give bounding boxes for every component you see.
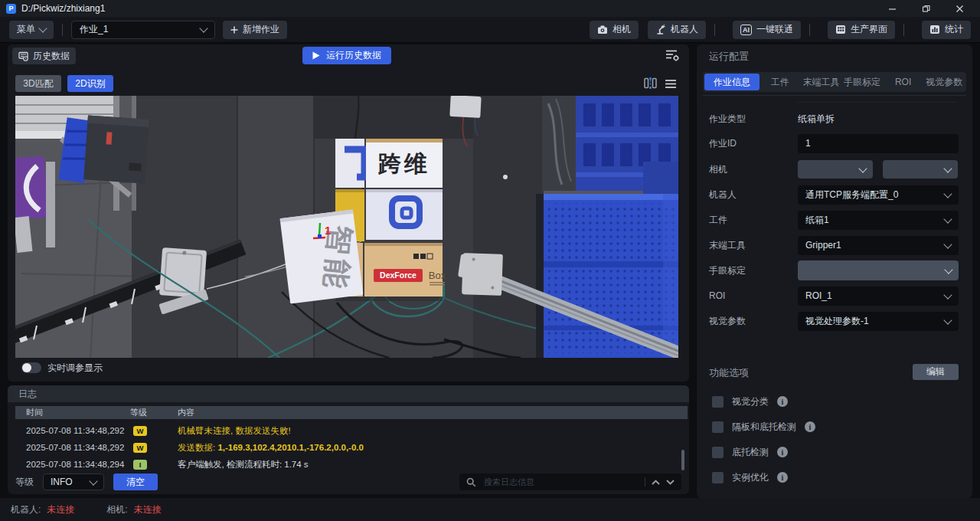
toolbar-right-group: 相机 机器人 AI 一键联通 生产界面 — [580, 21, 971, 39]
checkbox[interactable] — [712, 421, 724, 433]
field-hand-eye: 手眼标定 — [709, 260, 959, 280]
chevron-down-icon — [943, 316, 952, 324]
tab-2d-recognition[interactable]: 2D识别 — [67, 75, 113, 92]
log-content: 客户端触发, 检测流程耗时: 1.74 s — [178, 459, 309, 470]
chevron-down-icon — [89, 477, 97, 485]
chevron-down-icon — [38, 24, 47, 32]
toolbar-divider — [903, 24, 904, 36]
maximize-button[interactable] — [920, 3, 931, 14]
production-ui-button[interactable]: 生产界面 — [828, 21, 895, 39]
title-bar: P D:/Pickwiz/zhixiang1 — [0, 0, 980, 17]
option-visual-classification: 视觉分类 i — [712, 395, 788, 408]
option-pallet-detect: 底托检测 i — [712, 446, 788, 458]
job-type-value: 纸箱单拆 — [798, 113, 835, 126]
hamburger-menu-icon[interactable] — [665, 78, 677, 92]
robot-button[interactable]: 机器人 — [648, 21, 706, 39]
log-row[interactable]: 2025-07-08 11:34:48,292 W 机械臂未连接, 数据发送失败… — [15, 422, 681, 439]
hand-eye-select[interactable] — [798, 260, 959, 280]
log-time: 2025-07-08 11:34:48,292 — [15, 443, 130, 452]
info-icon[interactable]: i — [805, 421, 815, 432]
toolbar-divider — [62, 24, 63, 36]
job-select[interactable]: 作业_1 — [71, 21, 215, 39]
roi-select[interactable]: ROI_1 — [798, 287, 959, 306]
divider — [703, 95, 966, 96]
option-label: 视觉分类 — [732, 395, 769, 408]
minimize-button[interactable] — [887, 3, 897, 14]
checkbox[interactable] — [712, 472, 724, 483]
vision-params-label: 视觉参数 — [709, 315, 798, 328]
edit-button[interactable]: 编辑 — [913, 364, 959, 380]
log-col-content: 内容 — [178, 407, 194, 418]
camera-label: 相机 — [709, 163, 798, 176]
field-workpiece: 工件 纸箱1 — [709, 210, 959, 230]
tab-end-tool[interactable]: 末端工具 — [801, 76, 842, 89]
info-icon[interactable]: i — [777, 447, 788, 457]
log-col-time: 时间 — [15, 407, 130, 418]
camera-select-2[interactable] — [883, 160, 958, 179]
stats-button[interactable]: 统计 — [922, 21, 971, 39]
toolbar-divider — [809, 24, 810, 36]
tab-workpiece[interactable]: 工件 — [760, 76, 801, 89]
field-camera: 相机 — [709, 159, 959, 179]
robot-status-value: 未连接 — [47, 503, 74, 516]
log-search-input[interactable] — [482, 477, 639, 487]
log-row[interactable]: 2025-07-08 11:34:48,294 I 客户端触发, 检测流程耗时:… — [15, 456, 681, 473]
chevron-up-icon[interactable] — [652, 480, 660, 485]
realtime-param-toggle[interactable] — [21, 362, 41, 373]
box-label-kuawei: 跨维 — [377, 151, 430, 176]
main-toolbar: 菜单 作业_1 新增作业 相机 机器人 — [0, 17, 980, 43]
one-key-connect-button[interactable]: AI 一键联通 — [733, 21, 801, 39]
list-settings-icon[interactable] — [665, 49, 680, 65]
grid-icon — [835, 25, 846, 34]
add-job-button[interactable]: 新增作业 — [223, 21, 287, 39]
camera-status-label: 相机: — [106, 503, 127, 516]
field-roi: ROI ROI_1 — [709, 286, 959, 306]
camera-select-1[interactable] — [798, 160, 873, 179]
level-badge-info: I — [133, 460, 147, 470]
checkbox[interactable] — [712, 396, 724, 408]
log-footer: 等级 INFO 清空 — [15, 473, 681, 491]
level-filter-select[interactable]: INFO — [43, 473, 104, 490]
clear-log-button[interactable]: 清空 — [113, 473, 158, 490]
chevron-down-icon — [858, 164, 867, 172]
chevron-down-icon — [943, 189, 952, 198]
chevron-down-icon[interactable] — [666, 480, 675, 485]
camera-status-value: 未连接 — [134, 503, 162, 516]
tab-vision-params[interactable]: 视觉参数 — [923, 76, 965, 89]
history-data-button[interactable]: 历史数据 — [12, 48, 76, 64]
log-header: 日志 — [8, 385, 689, 402]
tab-hand-eye[interactable]: 手眼标定 — [841, 76, 883, 89]
log-row[interactable]: 2025-07-08 11:34:48,292 W 发送数据: 1,-169.3… — [15, 439, 681, 456]
vision-params-select[interactable]: 视觉处理参数-1 — [798, 312, 959, 331]
info-icon[interactable]: i — [777, 396, 788, 407]
workpiece-label: 工件 — [709, 214, 798, 227]
workpiece-select[interactable]: 纸箱1 — [798, 211, 959, 230]
search-divider — [645, 477, 645, 487]
log-scrollbar[interactable] — [681, 450, 684, 470]
robot-select[interactable]: 通用TCP服务端配置_0 — [798, 185, 959, 205]
option-label: 隔板和底托检测 — [732, 421, 796, 434]
tab-3d-match[interactable]: 3D匹配 — [15, 75, 61, 92]
menu-button[interactable]: 菜单 — [9, 21, 54, 39]
end-tool-label: 末端工具 — [709, 239, 798, 252]
tab-roi[interactable]: ROI — [883, 77, 924, 87]
play-icon — [312, 51, 320, 60]
level-badge-warning: W — [133, 443, 147, 453]
marker-id-label: 1 — [325, 224, 331, 237]
robot-label: 机器人 — [709, 188, 798, 202]
divider — [798, 102, 957, 103]
camera-view-panel: 历史数据 运行历史数据 3D匹配 2D识别 — [8, 44, 689, 382]
run-history-data-button[interactable]: 运行历史数据 — [302, 47, 391, 64]
camera-button[interactable]: 相机 — [590, 21, 639, 39]
info-icon[interactable]: i — [777, 472, 788, 483]
option-label: 底托检测 — [732, 446, 769, 459]
log-col-level: 等级 — [130, 407, 178, 418]
history-data-icon — [18, 51, 28, 61]
checkbox[interactable] — [712, 447, 724, 458]
app-logo-icon: P — [6, 4, 16, 14]
compare-view-icon[interactable] — [644, 77, 657, 93]
end-tool-select[interactable]: Gripper1 — [798, 236, 959, 255]
tab-job-info[interactable]: 作业信息 — [704, 74, 760, 90]
close-button[interactable] — [954, 3, 965, 14]
job-id-input[interactable] — [798, 134, 959, 153]
